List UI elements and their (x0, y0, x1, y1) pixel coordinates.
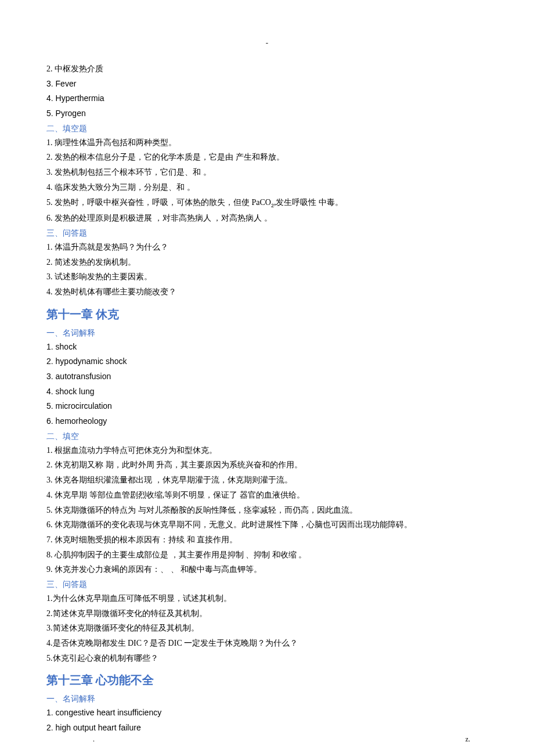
chapter-heading: 第十一章 休克 (46, 307, 488, 322)
qa-item: 2.简述休克早期微循环变化的特征及其机制。 (46, 607, 488, 620)
fill-item: 2. 休克初期又称 期，此时外周 升高，其主要原因为系统兴奋和的作用。 (46, 459, 488, 471)
term-item: 5. Pyrogen (46, 107, 488, 120)
section-heading-terms: 一、名词解释 (46, 328, 488, 339)
fill-item: 3. 休克各期组织灌流量都出现 ，休克早期灌于流，休克期则灌于流。 (46, 474, 488, 487)
page-footer: . z. (0, 735, 534, 744)
qa-item: 1.为什么休克早期血压可降低不明显，试述其机制。 (46, 592, 488, 605)
fill-item: 9. 休克并发心力衰竭的原因有：、 、 和酸中毒与高血钾等。 (46, 563, 488, 576)
fill-item: 6. 发热的处理原则是积极进展 ，对非高热病人 ，对高热病人 。 (46, 212, 488, 225)
qa-item: 1. 体温升高就是发热吗？为什么？ (46, 241, 488, 254)
fill-item: 1. 根据血流动力学特点可把休克分为和型休克。 (46, 444, 488, 457)
term-item: 4. Hyperthermia (46, 92, 488, 105)
term-item: 1. congestive heart insufficiency (46, 707, 488, 719)
term-item: 6. hemorheology (46, 415, 488, 428)
section-heading-fill: 二、填空 (46, 431, 488, 442)
fill-item: 3. 发热机制包括三个根本环节，它们是、和 。 (46, 166, 488, 179)
term-item: 2. 中枢发热介质 (46, 63, 488, 75)
qa-item: 3. 试述影响发热的主要因素。 (46, 271, 488, 283)
fill-item: 2. 发热的根本信息分子是，它的化学本质是，它是由 产生和释放。 (46, 151, 488, 164)
qa-item: 4.是否休克晚期都发生 DIC？是否 DIC 一定发生于休克晚期？为什么？ (46, 637, 488, 650)
term-item: 1. shock (46, 341, 488, 354)
document-page: - 2. 中枢发热介质 3. Fever 4. Hyperthermia 5. … (0, 0, 534, 756)
fill-item: 5. 休克期微循环的特点为 与对儿茶酚胺的反响性降低，痉挛减轻，而仍高，因此血流… (46, 504, 488, 517)
fill-item: 1. 病理性体温升高包括和两种类型。 (46, 136, 488, 149)
section-heading-terms: 一、名词解释 (46, 694, 488, 704)
section-heading-qa: 三、问答题 (46, 228, 488, 239)
section-heading-qa: 三、问答题 (46, 579, 488, 590)
fill-item-text: ,发生呼吸性 中毒。 (274, 198, 343, 207)
footer-left: . (93, 735, 95, 744)
fill-item: 4. 临床发热大致分为三期，分别是、和 。 (46, 181, 488, 194)
term-item: 4. shock lung (46, 386, 488, 398)
term-item: 5. microcirculation (46, 400, 488, 413)
term-item: 3. Fever (46, 78, 488, 91)
fill-item: 4. 休克早期 等部位血管剧烈收缩,等则不明显，保证了 器官的血液供给。 (46, 489, 488, 502)
qa-item: 2. 简述发热的发病机制。 (46, 256, 488, 269)
chapter-heading: 第十三章 心功能不全 (46, 672, 488, 688)
qa-item: 5.休克引起心衰的机制有哪些？ (46, 652, 488, 665)
term-item: 2. high output heart failure (46, 722, 488, 735)
term-item: 2. hypodynamic shock (46, 355, 488, 368)
page-header-dash: - (46, 38, 488, 48)
fill-item: 6. 休克期微循环的变化表现与休克早期不同，无意义。此时进展性下降，心脑也可因而… (46, 519, 488, 531)
fill-item-text: 5. 发热时，呼吸中枢兴奋性，呼吸，可体热的散失，但使 PaCO (46, 198, 271, 207)
footer-right: z. (466, 735, 470, 744)
qa-item: 3.简述休克期微循环变化的特征及其机制。 (46, 622, 488, 635)
fill-item: 8. 心肌抑制因子的主要生成部位是 ，其主要作用是抑制 、抑制 和收缩 。 (46, 549, 488, 561)
term-item: 3. autotransfusion (46, 370, 488, 383)
qa-item: 4. 发热时机体有哪些主要功能改变？ (46, 286, 488, 298)
section-heading-fill: 二、填空题 (46, 124, 488, 134)
fill-item: 5. 发热时，呼吸中枢兴奋性，呼吸，可体热的散失，但使 PaCO2,发生呼吸性 … (46, 196, 488, 210)
fill-item: 7. 休克时细胞受损的根本原因有：持续 和 直接作用。 (46, 534, 488, 546)
